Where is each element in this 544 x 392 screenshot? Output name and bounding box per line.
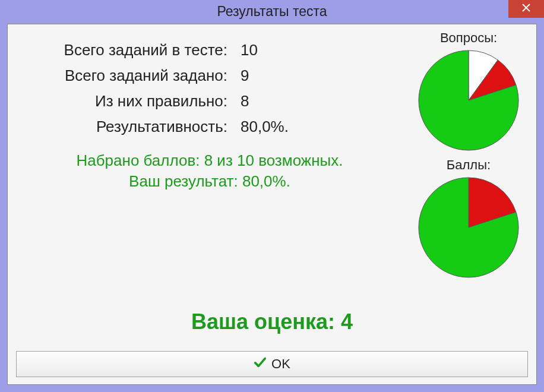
content-panel: Всего заданий в тесте: 10 Всего заданий … <box>7 24 537 385</box>
grade-area: Ваша оценка: 4 <box>16 309 528 334</box>
upper-section: Всего заданий в тесте: 10 Всего заданий … <box>16 30 528 281</box>
stat-value: 80,0%. <box>236 118 289 136</box>
pie-chart-points <box>409 174 528 281</box>
stat-value: 8 <box>236 92 249 110</box>
stat-label: Всего заданий задано: <box>16 67 236 85</box>
titlebar: Результаты теста <box>0 0 544 23</box>
ok-button[interactable]: OK <box>16 351 528 377</box>
summary-line: Ваш результат: 80,0%. <box>16 171 403 192</box>
dialog-window: Результаты теста Всего заданий в тесте: … <box>0 0 544 392</box>
charts-column: Вопросы: Баллы: <box>409 30 528 281</box>
grade-text: Ваша оценка: 4 <box>16 309 528 334</box>
stat-value: 10 <box>236 41 258 59</box>
window-title: Результаты теста <box>217 4 327 20</box>
stat-row-asked: Всего заданий задано: 9 <box>16 67 403 85</box>
stat-row-efficiency: Результативность: 80,0%. <box>16 118 403 136</box>
close-button[interactable] <box>508 0 544 18</box>
chart-title: Вопросы: <box>409 30 528 46</box>
score-summary: Набрано баллов: 8 из 10 возможных. Ваш р… <box>16 150 403 192</box>
stat-label: Всего заданий в тесте: <box>16 41 236 59</box>
chart-title: Баллы: <box>409 157 528 173</box>
chart-points: Баллы: <box>409 157 528 281</box>
ok-label: OK <box>271 356 290 372</box>
stat-row-total: Всего заданий в тесте: 10 <box>16 41 403 59</box>
summary-line: Набрано баллов: 8 из 10 возможных. <box>16 150 403 171</box>
stat-label: Из них правильно: <box>16 92 236 110</box>
chart-questions: Вопросы: <box>409 30 528 154</box>
check-icon <box>254 356 267 372</box>
stat-row-correct: Из них правильно: 8 <box>16 92 403 110</box>
stats-block: Всего заданий в тесте: 10 Всего заданий … <box>16 30 403 281</box>
close-icon <box>522 4 530 14</box>
pie-chart-questions <box>409 47 528 154</box>
stat-label: Результативность: <box>16 118 236 136</box>
stat-value: 9 <box>236 67 249 85</box>
